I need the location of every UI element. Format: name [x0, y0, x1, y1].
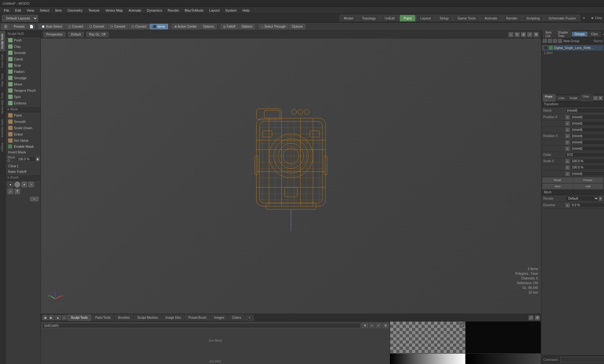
item-visibility-checkbox[interactable] — [544, 46, 548, 50]
tab-setup[interactable]: Setup — [435, 15, 453, 21]
brush-expand-btn[interactable]: » — [30, 197, 39, 201]
tab-uvedit[interactable]: UvEdit — [381, 15, 399, 21]
transform-section-header[interactable]: Transform — [541, 102, 604, 107]
props-expand-btn[interactable]: ⤢ — [593, 96, 598, 100]
nav-fwd-btn[interactable]: ▶ — [48, 315, 54, 320]
item-list-icon3[interactable] — [553, 39, 557, 43]
bottom-tab-images[interactable]: Images — [210, 315, 228, 321]
menu-help[interactable]: Help — [240, 8, 252, 13]
item-list-icon1[interactable] — [543, 39, 547, 43]
menu-geometry[interactable]: Geometry — [65, 8, 85, 13]
menu-texture[interactable]: Texture — [86, 8, 102, 13]
fb-settings-btn[interactable]: ⚙ — [383, 323, 389, 328]
menu-dynamics[interactable]: Dynamics — [144, 8, 165, 13]
tool-mask-smooth[interactable]: Smooth — [6, 119, 41, 125]
tool-smooth[interactable]: Smooth — [6, 50, 41, 56]
perspective-btn[interactable]: Perspective — [43, 32, 65, 37]
rotation-z-input[interactable] — [570, 146, 604, 151]
bottom-tab-sculpt-meshes[interactable]: Sculpt Meshes — [134, 315, 161, 321]
fb-fullscreen-btn[interactable]: ⤢ — [376, 323, 381, 328]
position-z-input[interactable] — [570, 127, 604, 132]
brush-star2-btn[interactable]: ✧ — [28, 182, 34, 187]
vp-icon-expand[interactable]: ⤢ — [527, 32, 532, 37]
tool-smudge[interactable]: Smudge — [6, 75, 41, 81]
dissolve-xyz-btn[interactable]: ▸ — [565, 203, 570, 207]
fb-add-btn[interactable]: + — [369, 323, 374, 328]
menu-edit[interactable]: Edit — [13, 8, 24, 13]
rotation-z-xyz-btn[interactable]: ▸ — [565, 146, 570, 151]
bottom-tab-colors[interactable]: Colors — [228, 315, 244, 321]
default-layouts-dropdown[interactable]: Default Layouts — [2, 15, 38, 22]
scale-x-input[interactable] — [570, 159, 604, 163]
item-tab-shader-tree[interactable]: Shader Tree — [555, 30, 571, 39]
item-row-camera[interactable]: Digital_Single_Lens_Reflex... — [542, 45, 603, 51]
auto-select-btn[interactable]: 🔲 Auto Select — [38, 24, 65, 29]
tool-move[interactable]: Move — [6, 81, 41, 87]
scale-y-input[interactable] — [570, 165, 604, 170]
tool-mask-scale-down[interactable]: Scale Down — [6, 125, 41, 131]
scale-z-xyz-btn[interactable]: ▸ — [565, 172, 570, 176]
bottom-expand-icon[interactable]: ⤢ — [528, 315, 534, 320]
brush-text-btn[interactable]: T — [14, 189, 20, 194]
tab-animate[interactable]: Animate — [480, 15, 501, 21]
tool-tangent-pinch[interactable]: Tangent Pinch — [6, 87, 41, 94]
file-path-input[interactable] — [42, 323, 361, 328]
ray-gl-btn[interactable]: Ray GL: Off — [86, 32, 109, 37]
tool-spin[interactable]: Spin — [6, 94, 41, 100]
convert4-btn[interactable]: ⬡ Convert — [129, 24, 149, 29]
view-mode-btn[interactable]: Default — [68, 32, 84, 37]
clear-mask-btn[interactable]: Clear [ — [6, 163, 41, 169]
brush-round-btn[interactable]: ● — [8, 182, 13, 187]
tool-flatten[interactable]: Flatten — [6, 69, 41, 75]
freeze-btn[interactable]: Freeze — [573, 178, 603, 183]
rotation-y-input[interactable] — [570, 140, 604, 145]
rotation-x-input[interactable] — [570, 134, 604, 138]
bottom-tab-paint-tools[interactable]: Paint Tools — [92, 315, 114, 321]
mesh-section-header[interactable]: Mesh — [541, 190, 604, 195]
add-layout-tab[interactable]: + — [581, 15, 587, 21]
vp-icon-settings[interactable]: ⚙ — [534, 32, 539, 37]
item-tab-add[interactable]: + — [601, 32, 604, 37]
vp-icon-home[interactable]: ⌂ — [508, 32, 513, 37]
bottom-tab-image-inks[interactable]: Image Inks — [162, 315, 184, 321]
item-list-icon2[interactable] — [548, 39, 552, 43]
bottom-tab-add[interactable]: + — [245, 315, 254, 321]
brush-resize-btn[interactable]: ⤢ — [8, 189, 13, 194]
options2-btn[interactable]: Options — [239, 24, 255, 29]
menu-select[interactable]: Select — [37, 8, 52, 13]
tool-emboss[interactable]: Emboss — [6, 100, 41, 106]
menu-layout[interactable]: Layout — [207, 8, 222, 13]
mask-opacity-arrow[interactable]: ▶ — [36, 157, 39, 161]
render-dropdown[interactable]: Default — [565, 196, 599, 201]
position-y-xyz-btn[interactable]: ▸ — [565, 121, 570, 126]
convert1-btn[interactable]: ⬡ Convert — [65, 24, 86, 29]
side-tab-paint-tools[interactable]: Paint Tools — [0, 51, 5, 70]
presets-btn[interactable]: Presets — [11, 24, 27, 29]
tab-topology[interactable]: Topology — [358, 15, 380, 21]
tab-game-tools[interactable]: Game Tools — [453, 15, 480, 21]
mask-section-header[interactable]: Mask — [6, 106, 41, 112]
menu-vertexmap[interactable]: Vertex Map — [103, 8, 126, 13]
preset-file-btn[interactable]: 📄 — [28, 24, 35, 29]
item-tab-groups[interactable]: Groups — [572, 31, 588, 37]
scale-x-xyz-btn[interactable]: ▸ — [565, 159, 570, 163]
nav-back-btn[interactable]: ◀ — [42, 315, 48, 320]
props-tab-sculpt[interactable]: Sculpt — [567, 96, 579, 101]
tool-set-value[interactable]: Set Value — [6, 137, 41, 144]
mask-opacity-input[interactable] — [16, 157, 35, 162]
scale-y-xyz-btn[interactable]: ▸ — [565, 165, 570, 170]
tool-push[interactable]: Push — [6, 37, 41, 43]
options3-btn[interactable]: Options — [289, 24, 305, 29]
convert2-btn[interactable]: ⬡ Convert — [87, 24, 107, 29]
bottom-tab-preset-brush[interactable]: Preset Brush — [185, 315, 210, 321]
invert-mask-btn[interactable]: Invert Mask — [6, 149, 41, 155]
action-center-btn[interactable]: ⊕ Action Center — [171, 24, 200, 29]
menu-file[interactable]: File — [1, 8, 12, 13]
menu-maxtomodo[interactable]: MaxToModo — [182, 8, 206, 13]
render-arrow[interactable]: ▸ — [599, 196, 602, 201]
menu-view[interactable]: View — [24, 8, 37, 13]
side-tab-utilities[interactable]: Utilities — [0, 140, 5, 154]
options1-btn[interactable]: Options — [200, 24, 216, 29]
dissolve-input[interactable] — [570, 203, 604, 207]
tool-erase[interactable]: Erase — [6, 131, 41, 137]
